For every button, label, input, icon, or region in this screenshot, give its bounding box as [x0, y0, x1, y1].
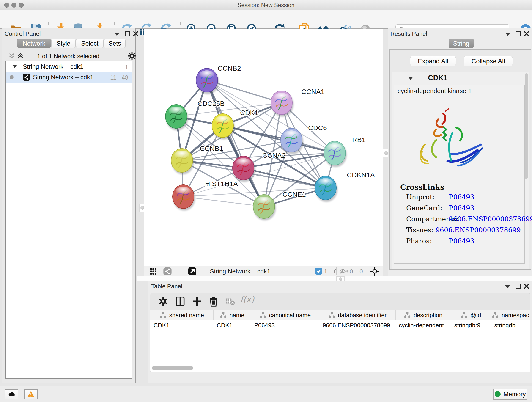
panel-menu-icon[interactable]: [505, 285, 510, 288]
memory-label: Memory: [503, 391, 526, 398]
expand-all-networks-icon[interactable]: [17, 53, 24, 59]
tab-network[interactable]: Network: [17, 38, 51, 48]
warnings-button[interactable]: [24, 389, 38, 399]
delete-table-icon[interactable]: [225, 296, 235, 307]
node-label-CDC25B: CDC25B: [197, 100, 225, 107]
birds-eye-view-icon[interactable]: [149, 268, 157, 275]
node-label-HIST1H1A: HIST1H1A: [205, 180, 238, 187]
table-header-row[interactable]: shared namenamecanonical namedatabase id…: [150, 310, 530, 320]
crosslink-label: Uniprot:: [406, 193, 449, 201]
delete-column-icon[interactable]: [208, 296, 219, 307]
horizontal-splitter[interactable]: [137, 276, 532, 281]
panel-close-icon[interactable]: [524, 283, 529, 289]
close-window-icon[interactable]: [4, 2, 9, 7]
crosslink-value-link[interactable]: 9606.ENSP00000378699: [449, 215, 532, 223]
network-node-CDKN1A[interactable]: [315, 176, 337, 202]
table-cell[interactable]: cyclin-dependent ...: [396, 320, 451, 330]
table-cell[interactable]: stringdb:9...: [451, 320, 491, 330]
tree-expand-icon[interactable]: [12, 65, 17, 68]
panel-menu-icon[interactable]: [505, 32, 510, 36]
panel-float-icon[interactable]: [515, 31, 520, 36]
table-cell[interactable]: P06493: [251, 320, 319, 330]
tab-select[interactable]: Select: [76, 38, 104, 48]
network-tree-root-row[interactable]: String Network – cdk1 1: [6, 61, 132, 72]
function-builder-icon[interactable]: f(x): [240, 294, 256, 306]
table-cell[interactable]: CDK1: [150, 320, 214, 330]
panel-close-icon[interactable]: [524, 31, 529, 36]
column-header--id[interactable]: @id: [451, 310, 491, 320]
network-selection-status: 1 of 1 Network selected: [27, 53, 109, 60]
network-edge-CCNE1-HIST1H1A[interactable]: [183, 197, 264, 206]
string-badge-icon[interactable]: [163, 267, 172, 276]
panel-menu-icon[interactable]: [114, 32, 120, 36]
hidden-eye-icon[interactable]: [339, 268, 348, 274]
network-node-CDC25B[interactable]: [165, 104, 188, 130]
network-tree-child-row[interactable]: String Network – cdk1 11 48: [6, 72, 132, 83]
collapse-entry-icon[interactable]: [408, 77, 413, 80]
bottom-splitter-handle[interactable]: [336, 276, 345, 281]
crosslinks-list: Uniprot:P06493GeneCard:P06493Compartment…: [406, 193, 521, 248]
network-node-CCNB2[interactable]: [196, 68, 219, 94]
memory-button[interactable]: Memory: [493, 389, 527, 400]
detach-view-icon[interactable]: [188, 267, 196, 276]
table-panel: Table Panel f(x): [148, 281, 532, 383]
table-cell[interactable]: stringdb: [491, 320, 530, 330]
cloud-status-button[interactable]: [5, 389, 18, 399]
table-horizontal-scrollbar[interactable]: [152, 366, 193, 370]
panel-close-icon[interactable]: [133, 31, 138, 36]
zoom-window-icon[interactable]: [19, 2, 24, 7]
column-header-shared-name[interactable]: shared name: [150, 310, 214, 320]
tab-style[interactable]: Style: [51, 38, 76, 48]
crosslink-value-link[interactable]: P06493: [449, 204, 475, 212]
string-results-box: Expand All Collapse All CDK1 cyclin-depe…: [389, 49, 531, 270]
node-label-CCNB1: CCNB1: [200, 145, 223, 152]
app-window: Session: New Session: [0, 0, 532, 402]
collapse-all-networks-icon[interactable]: [8, 53, 15, 59]
table-row[interactable]: CDK1CDK1P064939606.ENSP00000378699cyclin…: [150, 320, 530, 330]
left-splitter-handle[interactable]: [139, 204, 145, 212]
column-header-description[interactable]: description: [396, 310, 451, 320]
string-network-icon: [22, 73, 30, 81]
tab-sets[interactable]: Sets: [104, 38, 126, 48]
panel-float-icon[interactable]: [515, 284, 520, 289]
network-collection-label: String Network – cdk1: [23, 63, 83, 70]
node-label-CDC6: CDC6: [308, 124, 327, 132]
status-bar: Memory: [0, 386, 532, 402]
column-header-database-identifier[interactable]: database identifier: [319, 310, 396, 320]
table-options-gear-icon[interactable]: [158, 296, 169, 307]
table-cell[interactable]: 9606.ENSP00000378699: [319, 320, 396, 330]
results-scrollbar[interactable]: [525, 73, 528, 179]
network-options-gear-icon[interactable]: [127, 51, 137, 61]
create-column-icon[interactable]: [191, 296, 203, 307]
show-columns-icon[interactable]: [175, 296, 186, 307]
network-node-HIST1H1A[interactable]: [172, 185, 195, 211]
panel-float-icon[interactable]: [125, 31, 130, 36]
expand-all-button[interactable]: Expand All: [410, 56, 456, 66]
network-node-CCNE1[interactable]: [253, 195, 276, 220]
crosslink-value-link[interactable]: P06493: [449, 237, 475, 245]
title-bar: Session: New Session: [0, 0, 532, 10]
network-node-RB1[interactable]: [324, 141, 347, 167]
node-label-RB1: RB1: [352, 136, 365, 143]
column-header-canonical-name[interactable]: canonical name: [251, 310, 319, 320]
cloud-icon: [8, 390, 16, 398]
tab-string[interactable]: String: [449, 38, 474, 48]
protein-structure-image: [408, 106, 499, 181]
network-label: String Network – cdk1: [33, 74, 94, 81]
crosslinks-title: CrossLinks: [400, 183, 444, 191]
network-canvas[interactable]: CCNB2CCNA1CDC25BCDK1CDC6RB1CCNB1CCNA2CDK…: [144, 29, 383, 266]
node-label-CCNE1: CCNE1: [283, 191, 306, 198]
column-header-name[interactable]: name: [214, 310, 251, 320]
network-node-CCNA1[interactable]: [271, 91, 293, 117]
crosslink-value-link[interactable]: 9606.ENSP00000378699: [436, 226, 521, 234]
selected-count-checkbox[interactable]: [315, 268, 322, 274]
minimize-window-icon[interactable]: [12, 2, 17, 7]
results-panel: Results Panel String Expand All Collapse…: [388, 28, 532, 276]
table-cell[interactable]: CDK1: [214, 320, 251, 330]
collapse-all-button[interactable]: Collapse All: [464, 56, 513, 66]
toolbar-separator: [336, 267, 336, 275]
network-node-CDK1[interactable]: [212, 114, 234, 140]
pan-mode-icon[interactable]: [370, 267, 380, 276]
crosslink-value-link[interactable]: P06493: [449, 193, 475, 201]
column-header-namespac[interactable]: namespac: [491, 310, 530, 320]
